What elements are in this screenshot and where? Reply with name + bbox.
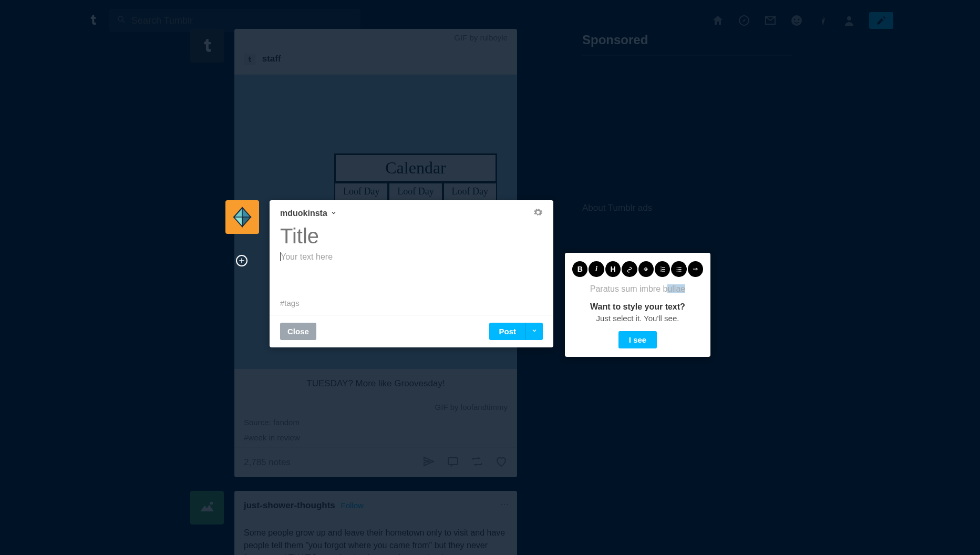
heading-button[interactable]: H bbox=[605, 261, 621, 277]
tooltip-body: Just select it. You'll see. bbox=[572, 314, 703, 323]
close-button[interactable]: Close bbox=[280, 323, 316, 340]
svg-marker-10 bbox=[242, 208, 251, 217]
gear-icon[interactable] bbox=[533, 208, 543, 219]
unordered-list-button[interactable] bbox=[671, 261, 686, 277]
style-tooltip-card: B i H S 123 Paratus sum imbre bullae Wan… bbox=[565, 253, 710, 357]
svg-marker-11 bbox=[242, 217, 251, 227]
italic-button[interactable]: i bbox=[589, 261, 604, 277]
svg-text:3: 3 bbox=[660, 270, 661, 272]
title-input[interactable] bbox=[270, 222, 553, 252]
svg-point-23 bbox=[677, 271, 678, 272]
blog-selector[interactable]: mduokinsta bbox=[280, 209, 337, 218]
svg-point-21 bbox=[677, 267, 678, 268]
chevron-down-icon bbox=[331, 209, 337, 218]
tags-input[interactable]: #tags bbox=[270, 293, 553, 315]
compose-avatar[interactable] bbox=[225, 200, 259, 234]
strikethrough-button[interactable]: S bbox=[638, 261, 654, 277]
svg-marker-12 bbox=[234, 217, 242, 227]
i-see-button[interactable]: I see bbox=[618, 331, 657, 348]
read-more-button[interactable] bbox=[688, 261, 703, 277]
tooltip-heading: Want to style your text? bbox=[572, 302, 703, 312]
post-button[interactable]: Post bbox=[489, 323, 525, 340]
bold-button[interactable]: B bbox=[572, 261, 587, 277]
svg-point-22 bbox=[677, 269, 678, 270]
body-input[interactable]: Your text here bbox=[270, 252, 553, 293]
format-toolbar: B i H S 123 bbox=[572, 261, 703, 277]
sample-text: Paratus sum imbre bullae bbox=[572, 284, 703, 294]
link-button[interactable] bbox=[622, 261, 637, 277]
post-options-dropdown[interactable] bbox=[525, 323, 543, 340]
add-media-button[interactable] bbox=[236, 255, 247, 266]
ordered-list-button[interactable]: 123 bbox=[655, 261, 670, 277]
compose-modal: mduokinsta Your text here #tags Close Po… bbox=[270, 200, 553, 347]
